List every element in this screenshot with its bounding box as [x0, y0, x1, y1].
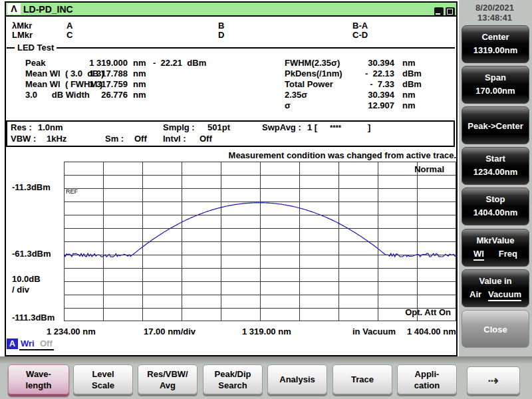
analysis-value: 26.776	[73, 90, 128, 100]
y-scale-label: 10.0dB	[12, 275, 41, 284]
sweep-avg-bracket: ]	[368, 123, 370, 132]
res-vbw-avg-menu-button[interactable]: Res/VBW/ Avg	[138, 364, 198, 394]
analysis-unit: nm	[133, 59, 146, 68]
analysis-unit: nm	[133, 69, 146, 78]
trace-write-mode: Wri	[21, 339, 35, 348]
analysis-label: FWHM(2.35σ)	[285, 59, 340, 68]
analysis-label: Peak	[25, 59, 45, 68]
brand-logo-icon: Λ	[7, 3, 21, 15]
level-scale-menu-button[interactable]: Level Scale	[73, 364, 133, 394]
sampling-value: 501pt	[207, 123, 230, 132]
y-scale-label2: / div	[12, 285, 29, 295]
bottom-bar-strip	[0, 356, 532, 364]
res-label: Res :	[11, 123, 32, 132]
sweep-avg-stars: ****	[330, 124, 341, 132]
fkey-label: Trace	[351, 374, 374, 385]
optical-attenuator-status: Opt. Att On	[318, 307, 451, 317]
value-in-softkey[interactable]: Value in Air Vacuum	[462, 269, 529, 307]
analysis-unit: nm	[133, 80, 146, 89]
marker-b-a: B-A	[352, 21, 368, 31]
x-axis-start-label: 1 234.00 nm	[47, 327, 96, 336]
analysis-label: PkDens(/1nm)	[285, 69, 342, 78]
analysis-unit: nm	[133, 90, 146, 100]
res-value: 1.0nm	[38, 123, 63, 132]
lambda-marker-label: λMkr	[12, 21, 32, 31]
analysis-unit: nm	[402, 90, 416, 100]
span-softkey[interactable]: Span 170.00nm	[462, 66, 529, 104]
y-axis-ref-label: -11.3dBm	[12, 183, 51, 192]
softkey-label: Value in	[462, 276, 529, 286]
maximize-icon	[447, 9, 453, 15]
fkey-label: Res/VBW/	[147, 368, 188, 380]
option-air: Air	[469, 289, 481, 301]
softkey-value: 170.00nm	[462, 86, 529, 96]
wavelength-menu-button[interactable]: Wave- length	[8, 364, 69, 394]
level-marker-label: LMkr	[12, 31, 33, 40]
analysis-unit: dBm	[402, 69, 422, 78]
close-softkey[interactable]: Close	[462, 310, 529, 348]
analysis-unit: dBm	[402, 80, 422, 89]
softkey-label: Center	[462, 32, 529, 42]
vbw-label: VBW :	[11, 134, 36, 144]
softkey-label: MkrValue	[462, 235, 529, 245]
peak-power-value: - 22.21 dBm	[153, 59, 206, 68]
softkey-value: 1319.00nm	[462, 45, 529, 55]
test-name-label: LED Test	[15, 43, 57, 53]
softkey-label: Start	[462, 154, 529, 164]
section-divider	[7, 47, 455, 49]
maximize-button[interactable]	[446, 7, 455, 16]
fkey-label: cation	[414, 380, 440, 391]
marker-value-softkey[interactable]: MkrValue Wl Freq	[462, 229, 529, 267]
right-arrow-icon: ⇢	[488, 375, 499, 386]
sweep-avg-label: SwpAvg :	[262, 123, 301, 132]
peak-dip-search-menu-button[interactable]: Peak/Dip Search	[203, 364, 263, 394]
trace-mode-underline	[19, 349, 54, 350]
osa-screen: Λ LD-PD_INC λMkr A B B-A LMkr C D C-D LE…	[0, 0, 532, 399]
spectrum-chart	[64, 162, 456, 321]
fkey-label: Avg	[160, 380, 176, 391]
trace-off-mode: Off	[40, 339, 53, 348]
y-axis-mid-label: -61.3dBm	[12, 249, 51, 259]
analysis-value: - 22.13	[346, 69, 394, 78]
x-axis-div-label: 17.00 nm/div	[144, 327, 196, 336]
trace-menu-button[interactable]: Trace	[332, 364, 392, 394]
ref-level-label: REF	[66, 189, 78, 195]
option-wavelength: Wl	[473, 249, 484, 261]
marker-c-d: C-D	[352, 31, 368, 40]
application-menu-button[interactable]: Appli- cation	[397, 364, 457, 394]
analysis-value: 1 317.788	[73, 69, 128, 78]
peak-to-center-softkey[interactable]: Peak->Center	[462, 106, 529, 144]
main-window: Λ LD-PD_INC λMkr A B B-A LMkr C D C-D LE…	[0, 0, 459, 356]
start-softkey[interactable]: Start 1234.00nm	[462, 147, 529, 185]
analysis-label: σ	[285, 101, 291, 110]
option-frequency: Freq	[499, 249, 517, 261]
analysis-value: 30.394	[346, 59, 394, 68]
x-axis-center-label: 1 319.00 nm	[242, 327, 291, 336]
center-softkey[interactable]: Center 1319.00nm	[462, 25, 529, 63]
x-axis-stop-label: 1 404.00 nm	[407, 327, 456, 336]
fkey-label: Appli-	[415, 368, 440, 380]
interval-value: Off	[200, 134, 212, 144]
y-axis-bottom-label: -111.3dBm	[12, 313, 55, 323]
datetime-display: 8/20/2021 13:48:41	[459, 3, 531, 23]
fkey-label: Analysis	[279, 374, 315, 385]
softkey-label: Span	[462, 72, 529, 82]
time-label: 13:48:41	[459, 13, 531, 23]
more-menus-button[interactable]: ⇢	[467, 366, 520, 394]
minimize-button[interactable]	[434, 7, 444, 16]
fkey-label: length	[26, 380, 52, 391]
analysis-value: 12.907	[346, 101, 394, 110]
stop-softkey[interactable]: Stop 1404.00nm	[462, 188, 529, 225]
marker-c: C	[66, 31, 72, 40]
interval-label: Intvl :	[163, 134, 186, 144]
sweep-avg-value: 1 [	[307, 123, 317, 132]
analysis-label: Total Power	[285, 80, 333, 89]
instrument-message: Measurement condition was changed from a…	[133, 150, 456, 160]
analysis-menu-button[interactable]: Analysis	[267, 364, 327, 394]
sweep-settings-box	[6, 120, 455, 147]
minimize-icon	[436, 13, 440, 15]
softkey-label: Stop	[462, 194, 529, 204]
title-bar	[6, 3, 456, 17]
fkey-label: Wave-	[26, 368, 51, 380]
fkey-label: Peak/Dip	[215, 368, 251, 380]
